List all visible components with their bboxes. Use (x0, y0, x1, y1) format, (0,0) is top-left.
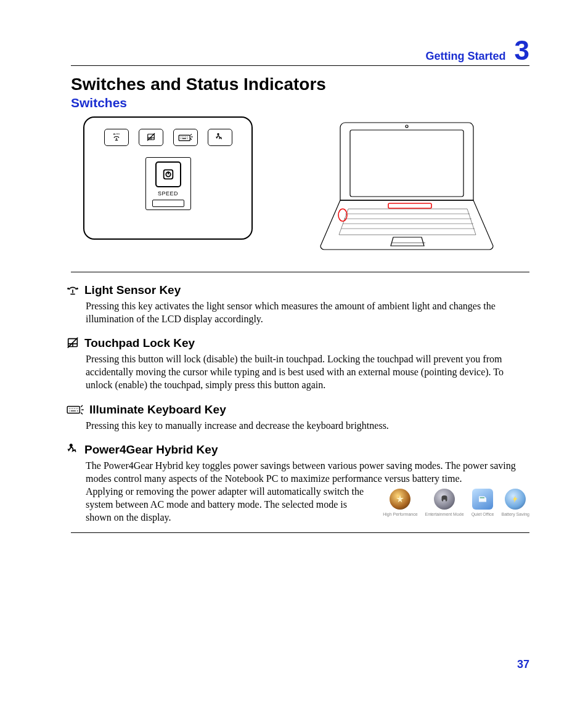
keyboard-illuminate-button-icon (173, 129, 198, 146)
svg-rect-5 (179, 135, 190, 140)
speed-label: SPEED (158, 190, 178, 197)
laptop-diagram (314, 116, 499, 258)
figure-row: AUTO (83, 116, 529, 258)
svg-point-28 (338, 209, 347, 221)
auto-label: AUTO (113, 133, 119, 136)
touchpad-lock-button-icon (139, 129, 163, 146)
page-number: 37 (517, 658, 529, 671)
subsection-title: Switches (71, 96, 529, 110)
chapter-number: 3 (515, 37, 529, 64)
svg-line-14 (190, 134, 192, 136)
quiet-office-icon (472, 489, 493, 510)
p4g-para2: Applying or removing the power adapter w… (86, 485, 370, 524)
svg-rect-27 (388, 203, 431, 208)
section-title: Switches and Status Indicators (71, 75, 529, 94)
item-title: Power4Gear Hybrid Key (84, 443, 218, 457)
light-sensor-icon (66, 283, 80, 297)
power-button-diagram: SPEED (145, 157, 191, 210)
item-title: Illuminate Keyboard Key (89, 403, 226, 417)
mode-label: Battery Saving (501, 511, 529, 517)
speed-bar (152, 200, 184, 207)
touchpad-lock-icon (66, 336, 80, 350)
item-title: Touchpad Lock Key (84, 336, 195, 350)
item-title: Light Sensor Key (84, 283, 181, 297)
item-body: Pressing this key to manually increase a… (86, 419, 529, 432)
item-power4gear: Power4Gear Hybrid Key The Power4Gear Hyb… (71, 443, 529, 524)
item-light-sensor: Light Sensor Key Pressing this key activ… (71, 283, 529, 325)
power-mode-icons: High Performance Entertainment Mode Quie… (383, 489, 529, 517)
battery-saving-icon (505, 489, 526, 510)
svg-line-49 (81, 412, 83, 414)
mode-label: High Performance (383, 511, 417, 517)
chapter-title: Getting Started (426, 50, 506, 63)
svg-line-16 (190, 139, 192, 140)
entertainment-icon (434, 489, 455, 510)
page-header: Getting Started 3 (71, 37, 529, 66)
svg-rect-37 (67, 406, 80, 413)
power4gear-button-icon (208, 129, 232, 146)
keyboard-illuminate-icon (66, 403, 84, 417)
control-panel-diagram: AUTO (83, 116, 253, 240)
divider (71, 532, 529, 533)
svg-point-17 (217, 133, 219, 135)
svg-point-50 (70, 444, 72, 446)
divider (71, 272, 529, 272)
item-body: The Power4Gear Hybrid key toggles power … (86, 459, 529, 524)
running-man-icon (66, 443, 80, 457)
high-performance-icon (390, 489, 410, 510)
item-keyboard-illuminate: Illuminate Keyboard Key Pressing this ke… (71, 403, 529, 432)
svg-rect-51 (480, 497, 485, 498)
svg-point-22 (406, 125, 408, 128)
svg-point-32 (77, 288, 78, 289)
svg-rect-21 (350, 130, 463, 197)
svg-line-47 (81, 405, 83, 407)
mode-label: Quiet Office (472, 511, 494, 517)
light-sensor-button-icon: AUTO (104, 129, 129, 146)
item-body: Pressing this button will lock (disable)… (86, 352, 529, 391)
item-body: Pressing this key activates the light se… (86, 299, 529, 325)
p4g-para1: The Power4Gear Hybrid key toggles power … (86, 459, 529, 485)
item-touchpad-lock: Touchpad Lock Key Pressing this button w… (71, 336, 529, 391)
mode-label: Entertainment Mode (425, 511, 464, 517)
svg-point-31 (68, 288, 68, 289)
